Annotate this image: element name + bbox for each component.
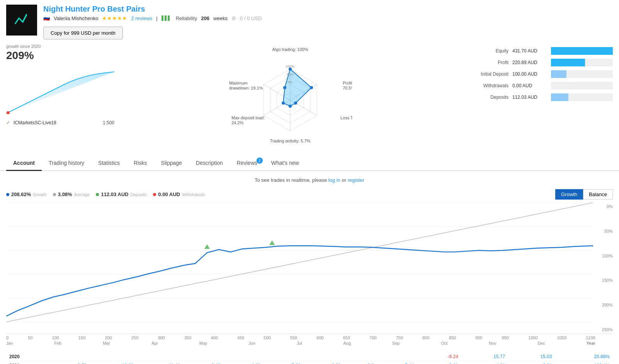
weeks-label: weeks — [213, 15, 228, 21]
tab-account[interactable]: Account — [6, 156, 42, 171]
tab-statistics[interactable]: Statistics — [91, 156, 127, 171]
reviews-link[interactable]: 2 reviews — [131, 15, 152, 21]
profit-bar-container — [551, 59, 613, 66]
equity-value: 431.70 AUD — [512, 48, 547, 54]
growth-since-label: growth since 2020 — [6, 44, 114, 49]
reliability-bars — [162, 15, 170, 21]
withdrawals-val: 0.00 AUD — [158, 191, 180, 197]
x-900: 900 — [475, 335, 482, 340]
verified-icon: ✓ — [6, 120, 10, 125]
svg-text:Maximum: Maximum — [229, 81, 248, 85]
tab-statistics-label: Statistics — [98, 160, 120, 166]
cell-2020-year: 20.86% — [555, 352, 613, 361]
initial-deposit-bar-container — [551, 70, 613, 78]
tab-reviews[interactable]: Reviews 2 — [230, 156, 264, 171]
month-mar: Mar — [103, 341, 110, 345]
copy-button[interactable]: Copy for 999 USD per month — [43, 27, 123, 39]
cell-2020-oct: -9.24 — [417, 352, 461, 361]
y-axis-labels: 250% 200% 150% 100% 50% 0% — [595, 203, 613, 334]
svg-point-17 — [282, 102, 285, 105]
equity-label: Equity — [466, 48, 508, 54]
tab-account-label: Account — [13, 160, 35, 166]
cell-2021-feb: 10.68 — [90, 361, 136, 364]
register-link[interactable]: register — [348, 177, 364, 183]
average-pct-val: 3.08% — [58, 191, 72, 197]
y-label-100: 100% — [595, 254, 613, 258]
usage-value: 0 / 0 USD — [240, 15, 262, 21]
cell-2020-sep — [377, 352, 417, 361]
y-label-200: 200% — [595, 303, 613, 307]
tab-risks[interactable]: Risks — [127, 156, 154, 171]
tab-slippage[interactable]: Slippage — [154, 156, 189, 171]
cell-2020-jul — [304, 352, 344, 361]
profit-label: Profit — [466, 60, 508, 65]
average-dot — [53, 193, 56, 196]
cell-2020-aug — [344, 352, 377, 361]
year-2020: 2020 — [6, 352, 50, 361]
growth-pct-val: 208.62% — [11, 191, 31, 197]
deposits-label: Deposits — [466, 95, 508, 100]
svg-text:drawdown: 19.1%: drawdown: 19.1% — [229, 86, 263, 90]
x-1100: 1100 — [586, 335, 595, 340]
svg-point-14 — [310, 86, 313, 89]
y-label-150: 150% — [595, 278, 613, 283]
month-sep: Sep — [392, 341, 400, 345]
tab-whats-new[interactable]: What's new — [264, 156, 306, 171]
deposits-val: 112.03 AUD — [101, 191, 128, 197]
growth-leg-label: Growth — [33, 192, 46, 197]
legend-deposits: 112.03 AUD Deposits — [96, 191, 147, 197]
average-leg-label: Average — [74, 192, 90, 197]
x-600: 600 — [316, 335, 323, 340]
table-row: 2020 -9.24 15.77 15.03 20.86% — [6, 352, 613, 361]
radar-section: 100% 50% 0% Algo trading: 100% Profit Tr… — [118, 44, 462, 152]
main-chart-container: 250% 200% 150% 100% 50% 0% — [6, 203, 613, 334]
x-550: 550 — [290, 335, 297, 340]
svg-point-1 — [7, 111, 10, 114]
svg-text:Max deposit load:: Max deposit load: — [231, 115, 265, 120]
cell-2021-oct: 3.91 — [417, 361, 461, 364]
cell-2020-mar — [137, 352, 184, 361]
cell-2021-sep: 5.44 — [377, 361, 417, 364]
balance-button[interactable]: Balance — [583, 189, 613, 200]
x-100: 100 — [52, 335, 59, 340]
cell-2020-jun — [264, 352, 304, 361]
cell-2021-jan: 2.79 — [50, 361, 90, 364]
realtime-notice: To see trades in realtime, please log in… — [6, 177, 613, 183]
profit-value: 220.89 AUD — [512, 60, 547, 65]
year-table: 2020 -9.24 15.77 15.03 20.86% 2021 2.79 … — [6, 352, 613, 364]
tab-description[interactable]: Description — [189, 156, 230, 171]
x-400: 400 — [211, 335, 218, 340]
cell-2021-nov: 4.21 — [461, 361, 508, 364]
month-oct: Oct — [441, 341, 447, 345]
month-dec: Dec — [537, 341, 545, 345]
svg-text:100%: 100% — [286, 64, 294, 68]
reliability-row: Reliability — [162, 15, 197, 21]
year-label: Year — [587, 341, 595, 345]
growth-dot — [6, 193, 9, 196]
withdrawals-bar-container — [551, 82, 613, 90]
cell-2021-jun: 5.98 — [264, 361, 304, 364]
profit-row: Profit 220.89 AUD — [466, 59, 613, 66]
usage-icon: ⚙ — [231, 15, 236, 21]
tab-trading-history[interactable]: Trading history — [42, 156, 91, 171]
svg-point-15 — [294, 102, 297, 105]
deposits-leg-label: Deposits — [131, 192, 147, 197]
month-nov: Nov — [489, 341, 497, 345]
separator: | — [156, 15, 157, 21]
svg-marker-39 — [269, 240, 275, 245]
svg-text:50%: 50% — [287, 73, 294, 76]
login-link[interactable]: log in — [328, 177, 340, 183]
chart-area: To see trades in realtime, please log in… — [0, 171, 619, 364]
deposits-row: Deposits 112.03 AUD — [466, 93, 613, 101]
cell-2020-may — [224, 352, 264, 361]
growth-button[interactable]: Growth — [555, 189, 583, 200]
author-name: Valeriia Mishchenko — [54, 15, 98, 21]
month-jun: Jun — [248, 341, 255, 345]
header-section: Night Hunter Pro Best Pairs 🇷🇺 Valeriia … — [0, 0, 619, 44]
withdrawals-value: 0.00 AUD — [512, 83, 547, 88]
x-700: 700 — [369, 335, 376, 340]
month-aug: Aug — [344, 341, 351, 345]
x-1050: 1050 — [557, 335, 566, 340]
svg-text:0%: 0% — [287, 80, 292, 84]
svg-text:Profit Trades:: Profit Trades: — [343, 81, 352, 85]
